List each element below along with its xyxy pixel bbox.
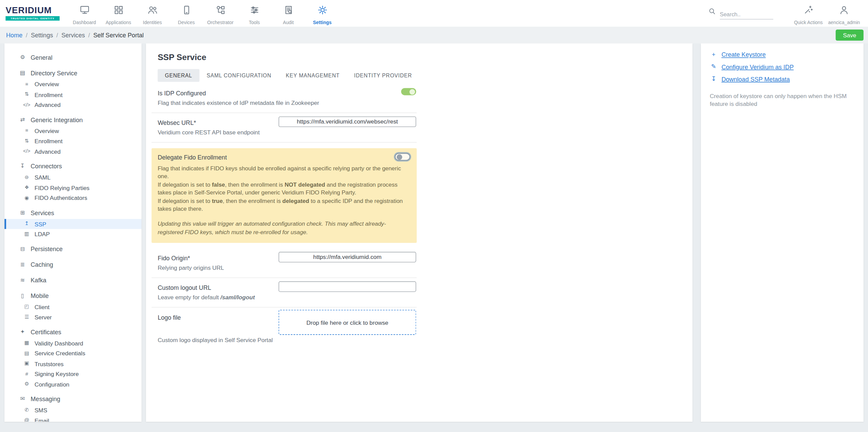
sidebar-item-mobile-server[interactable]: ☰ Server	[4, 312, 141, 322]
key-icon: ⊜	[23, 175, 31, 180]
download-icon: ↧	[710, 75, 718, 82]
sidebar-item-directory-advanced[interactable]: </> Advanced	[4, 100, 141, 110]
delegate-description-line: Flag that indicates if FIDO keys should …	[158, 165, 410, 181]
sidebar-item-connectors[interactable]: ↧ Connectors	[4, 160, 141, 172]
delegate-warning-note: Updating this value will trigger an auto…	[158, 220, 400, 236]
toggle-knob	[410, 89, 415, 94]
sidebar-item-validity-dashboard[interactable]: ▦ Validity Dashboard	[4, 338, 141, 348]
sidebar-item-label: Overview	[35, 81, 59, 88]
nav-orchestrator[interactable]: Orchestrator	[203, 2, 237, 25]
tab-general[interactable]: GENERAL	[158, 69, 200, 82]
download-ssp-metadata-link[interactable]: ↧ Download SSP Metadata	[710, 75, 855, 82]
list-icon: ≡	[23, 82, 31, 87]
sidebar-item-signing-keystore[interactable]: # Signing Keystore	[4, 369, 141, 379]
sidebar-item-label: Validity Dashboard	[35, 340, 83, 346]
nav-devices[interactable]: Devices	[169, 2, 203, 25]
sidebar-item-caching[interactable]: ≣ Caching	[4, 258, 141, 270]
nav-dashboard[interactable]: Dashboard	[68, 2, 101, 25]
sidebar-item-fido-relying-parties[interactable]: ❖ FIDO Relying Parties	[4, 183, 141, 193]
custom-logout-url-input[interactable]	[279, 281, 416, 292]
search-input[interactable]	[720, 10, 773, 20]
sidebar-item-label: Mobile	[31, 292, 49, 299]
toggle-knob	[397, 154, 402, 159]
sidebar-item-generic-integration[interactable]: ⇄ Generic Integration	[4, 113, 141, 126]
sidebar-item-configuration[interactable]: ⚙ Configuration	[4, 379, 141, 389]
websec-url-input[interactable]	[279, 116, 416, 127]
upload-icon: ↥	[23, 221, 31, 226]
sidebar-item-general[interactable]: ⚙ General	[4, 51, 141, 63]
sidebar-item-mobile-client[interactable]: ◰ Client	[4, 302, 141, 312]
sidebar-item-ssp[interactable]: ↥ SSP	[4, 219, 141, 229]
sms-icon: ✆	[23, 408, 31, 413]
user-icon	[838, 4, 850, 17]
user-menu[interactable]: aencica_admin	[825, 2, 864, 25]
nav-tools[interactable]: Tools	[237, 2, 271, 25]
fido-origin-input[interactable]	[279, 252, 416, 262]
tab-saml-configuration[interactable]: SAML CONFIGURATION	[200, 69, 279, 82]
tab-identity-provider[interactable]: IDENTITY PROVIDER	[347, 69, 419, 82]
veridium-logo[interactable]: VERIDIUM TRUSTED DIGITAL IDENTITY	[5, 6, 59, 21]
logo-file-dropzone[interactable]: Drop file here or click to browse	[279, 310, 416, 335]
breadcrumb-settings[interactable]: Settings	[31, 32, 53, 39]
grid-icon: ⊞	[18, 210, 27, 215]
delegate-fido-toggle[interactable]	[395, 153, 410, 160]
sidebar-item-label: Kafka	[31, 277, 46, 283]
sidebar-item-saml[interactable]: ⊜ SAML	[4, 172, 141, 182]
tab-key-management[interactable]: KEY MANAGEMENT	[279, 69, 347, 82]
nav-applications[interactable]: Applications	[101, 2, 135, 25]
breadcrumb-services[interactable]: Services	[61, 32, 85, 39]
sidebar-item-label: Enrollment	[35, 91, 62, 98]
quick-actions-icon	[803, 4, 814, 17]
configure-veridium-as-idp-link[interactable]: ✎ Configure Veridium as IDP	[710, 63, 855, 70]
sidebar-item-services[interactable]: ⊞ Services	[4, 206, 141, 219]
breadcrumb-current: Self Service Portal	[93, 32, 144, 39]
devices-icon	[181, 4, 192, 17]
applications-icon	[113, 4, 124, 17]
dashboard-icon	[79, 4, 90, 17]
breadcrumb-home[interactable]: Home	[6, 32, 22, 39]
sidebar-item-certificates[interactable]: ✦ Certificates	[4, 326, 141, 338]
server-icon: ☰	[23, 315, 31, 320]
at-icon: @	[23, 418, 31, 422]
save-button[interactable]: Save	[836, 30, 864, 41]
sidebar-item-directory-overview[interactable]: ≡ Overview	[4, 79, 141, 89]
sidebar-item-kafka[interactable]: ≋ Kafka	[4, 274, 141, 286]
sidebar-item-directory-service[interactable]: ▤ Directory Service	[4, 67, 141, 79]
ssp-tabs: GENERAL SAML CONFIGURATION KEY MANAGEMEN…	[158, 69, 693, 82]
delegate-description-line: If delegation is set to false, then the …	[158, 181, 410, 197]
sidebar-item-label: Server	[35, 314, 52, 321]
list-icon: ≡	[23, 128, 31, 133]
sidebar-item-generic-overview[interactable]: ≡ Overview	[4, 126, 141, 136]
sidebar-item-service-credentials[interactable]: ▤ Service Credentials	[4, 348, 141, 358]
nav-label: Identities	[143, 19, 162, 25]
sidebar-item-generic-enrollment[interactable]: ⇅ Enrollment	[4, 136, 141, 146]
breadcrumb-separator: /	[26, 32, 27, 39]
sidebar-item-truststores[interactable]: ▣ Truststores	[4, 358, 141, 369]
sidebar-item-sms[interactable]: ✆ SMS	[4, 405, 141, 415]
sidebar-item-generic-advanced[interactable]: </> Advanced	[4, 146, 141, 156]
sidebar-item-label: Advanced	[35, 148, 61, 155]
wrench-icon: ⚙	[23, 382, 31, 387]
sidebar-item-label: Generic Integration	[31, 116, 83, 123]
breadcrumb-bar: Home / Settings / Services / Self Servic…	[0, 27, 868, 43]
megaphone-icon: ✉	[18, 396, 27, 401]
nav-identities[interactable]: Identities	[135, 2, 169, 25]
nav-settings[interactable]: Settings	[305, 2, 339, 25]
veridium-admin-app: VERIDIUM TRUSTED DIGITAL IDENTITY Dashbo…	[0, 0, 868, 432]
sidebar-item-label: General	[31, 54, 52, 61]
sidebar-item-directory-enrollment[interactable]: ⇅ Enrollment	[4, 90, 141, 100]
sidebar-item-email[interactable]: @ Email	[4, 415, 141, 422]
quick-actions-button[interactable]: Quick Actions	[792, 2, 825, 25]
sidebar-item-mobile[interactable]: ▯ Mobile	[4, 289, 141, 302]
sidebar-item-messaging[interactable]: ✉ Messaging	[4, 393, 141, 405]
sidebar-item-ldap[interactable]: ▥ LDAP	[4, 229, 141, 239]
delegate-description-line: If delegation is set to true, then the e…	[158, 197, 410, 213]
ssp-general-form: Is IDP Configured Flag that indicates ex…	[152, 83, 417, 350]
integration-icon: ⇄	[18, 117, 27, 122]
nav-audit[interactable]: Audit	[271, 2, 305, 25]
sidebar-item-persistence[interactable]: ⊟ Persistence	[4, 243, 141, 255]
create-keystore-link[interactable]: + Create Keystore	[710, 51, 855, 58]
sidebar-item-fido-authenticators[interactable]: ◉ FIDO Authenticators	[4, 193, 141, 203]
is-idp-configured-toggle[interactable]	[401, 88, 416, 95]
action-link-label: Create Keystore	[721, 51, 766, 58]
